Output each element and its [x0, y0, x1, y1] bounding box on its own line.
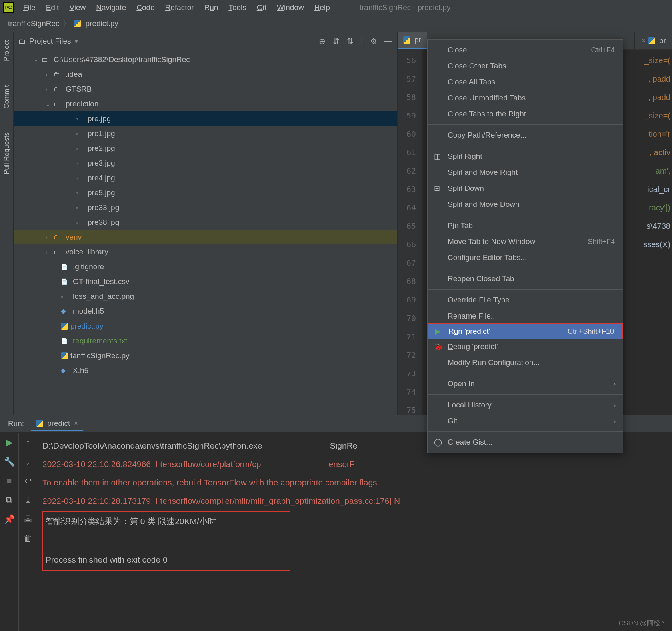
menu-tools[interactable]: Tools: [224, 2, 251, 14]
wrench-icon[interactable]: 🔧: [4, 457, 15, 467]
ctx-split-and-move-down[interactable]: Split and Move Down: [428, 196, 623, 212]
pin-icon[interactable]: 📌: [4, 514, 15, 525]
tree-root[interactable]: ⌄🗀 C:\Users\47382\Desktop\tranfficSignRe…: [14, 52, 397, 67]
tree-file-csv[interactable]: 📄GT-final_test.csv: [14, 274, 397, 289]
breadcrumb: tranfficSignRec 〉 predict.py: [0, 15, 672, 32]
python-icon: [403, 36, 410, 44]
ctx-close-all-tabs[interactable]: Close All Tabs: [428, 74, 623, 90]
tree-file-pre5[interactable]: ▫pre5.jpg: [14, 185, 397, 200]
ctx-git[interactable]: Git›: [428, 413, 623, 429]
rail-pull-requests[interactable]: Pull Requests: [3, 128, 11, 178]
settings-icon[interactable]: ⚙: [370, 36, 377, 46]
print-icon[interactable]: 🖶: [24, 514, 32, 525]
ctx-pin-tab[interactable]: Pin Tab: [428, 218, 623, 234]
panel-title-text[interactable]: Project Files: [29, 37, 71, 46]
menu-help[interactable]: Help: [310, 2, 335, 14]
app-icon: PC: [3, 2, 14, 13]
tree-file-png[interactable]: ▫loss_and_acc.png: [14, 289, 397, 304]
ctx-override-file-type[interactable]: Override File Type: [428, 292, 623, 308]
run-title: Run:: [8, 419, 24, 428]
split-right-icon: ◫: [434, 152, 441, 161]
run-left-toolbar: ▶ 🔧 ■ ⧉ 📌: [0, 433, 18, 631]
wrap-icon[interactable]: ↩: [24, 476, 32, 486]
trash-icon[interactable]: 🗑: [24, 533, 32, 544]
ctx-run-predict-[interactable]: ▶Run 'predict'Ctrl+Shift+F10: [428, 323, 623, 339]
ctx-reopen-closed-tab[interactable]: Reopen Closed Tab: [428, 271, 623, 287]
run-icon: ▶: [435, 327, 440, 336]
breadcrumb-project[interactable]: tranfficSignRec: [8, 19, 60, 28]
menubar: PC File Edit View Navigate Code Refactor…: [0, 0, 672, 15]
tree-folder-gtsrb[interactable]: ›🗀GTSRB: [14, 82, 397, 96]
ctx-rename-file-[interactable]: Rename File...: [428, 308, 623, 324]
tree-file-gitignore[interactable]: 📄.gitignore: [14, 259, 397, 274]
tree-file-pre33[interactable]: ▫pre33.jpg: [14, 200, 397, 215]
python-icon: [648, 37, 655, 44]
up-icon[interactable]: ↑: [26, 437, 30, 448]
ctx-close-unmodified-tabs[interactable]: Close Unmodified Tabs: [428, 90, 623, 106]
context-menu: CloseCtrl+F4Close Other TabsClose All Ta…: [427, 39, 623, 453]
tree-file-pre1[interactable]: ▫pre1.jpg: [14, 126, 397, 141]
image-icon: ▫: [76, 116, 85, 122]
tree-file-pre38[interactable]: ▫pre38.jpg: [14, 215, 397, 230]
menu-git[interactable]: Git: [252, 2, 271, 14]
editor-tab-2[interactable]: × pr: [634, 32, 672, 49]
stop-icon[interactable]: ■: [6, 476, 12, 486]
tree-file-predict[interactable]: predict.py: [14, 319, 397, 333]
scroll-icon[interactable]: ⤓: [24, 495, 32, 505]
ctx-split-right[interactable]: ◫Split Right: [428, 148, 623, 164]
tree-folder-prediction[interactable]: ⌄🗀prediction: [14, 96, 397, 111]
rerun-icon[interactable]: ▶: [6, 437, 13, 448]
chevron-right-icon: ›: [613, 401, 616, 409]
ctx-split-and-move-right[interactable]: Split and Move Right: [428, 164, 623, 180]
menu-edit[interactable]: Edit: [41, 2, 64, 14]
ctx-configure-editor-tabs-[interactable]: Configure Editor Tabs...: [428, 250, 623, 266]
tree-folder-venv[interactable]: ›🗀venv: [14, 230, 397, 244]
menu-refactor[interactable]: Refactor: [160, 2, 199, 14]
menu-window[interactable]: Window: [272, 2, 309, 14]
ctx-split-down[interactable]: ⊟Split Down: [428, 180, 623, 196]
layout-icon[interactable]: ⧉: [6, 495, 12, 505]
ctx-modify-run-configuration-[interactable]: Modify Run Configuration...: [428, 355, 623, 371]
rail-project[interactable]: Project: [3, 36, 11, 65]
tree-file-pre2[interactable]: ▫pre2.jpg: [14, 141, 397, 156]
expand-icon[interactable]: ⇵: [333, 36, 340, 46]
tree-folder-idea[interactable]: ›🗀.idea: [14, 67, 397, 82]
collapse-icon[interactable]: ⇅: [347, 36, 354, 46]
console-output[interactable]: D:\DevolopTool\Anaconda\envs\tranfficSig…: [37, 433, 672, 631]
tree-file-xh5[interactable]: ◆X.h5: [14, 363, 397, 378]
close-icon[interactable]: ×: [642, 37, 646, 44]
menu-code[interactable]: Code: [132, 2, 159, 14]
ctx-close-tabs-to-the-right[interactable]: Close Tabs to the Right: [428, 106, 623, 122]
dropdown-icon[interactable]: ▾: [74, 36, 78, 46]
ctx-close[interactable]: CloseCtrl+F4: [428, 42, 623, 58]
tree-file-pre3[interactable]: ▫pre3.jpg: [14, 156, 397, 170]
tree-file-model[interactable]: ◆model.h5: [14, 304, 397, 319]
down-icon[interactable]: ↓: [26, 457, 30, 467]
editor-tab-1[interactable]: pr: [398, 32, 427, 49]
tree-file-tanffic[interactable]: tanfficSignRec.py: [14, 348, 397, 363]
tree-file-pre[interactable]: ▫pre.jpg: [14, 111, 397, 126]
run-tab-predict[interactable]: predict ×: [31, 417, 82, 431]
ctx-local-history[interactable]: Local History›: [428, 397, 623, 413]
close-icon[interactable]: ×: [74, 420, 78, 427]
ctx-create-gist-[interactable]: ◯Create Gist...: [428, 434, 623, 450]
tree-folder-voice[interactable]: ›🗀voice_library: [14, 244, 397, 259]
ctx-debug-predict-[interactable]: 🐞Debug 'predict': [428, 339, 623, 355]
tree-file-requirements[interactable]: 📄requirements.txt: [14, 333, 397, 348]
ctx-move-tab-to-new-window[interactable]: Move Tab to New WindowShift+F4: [428, 234, 623, 250]
breadcrumb-file[interactable]: predict.py: [86, 19, 118, 28]
target-icon[interactable]: ⊕: [319, 36, 326, 46]
ctx-close-other-tabs[interactable]: Close Other Tabs: [428, 58, 623, 74]
menu-run[interactable]: Run: [200, 2, 223, 14]
menu-navigate[interactable]: Navigate: [91, 2, 131, 14]
menu-file[interactable]: File: [18, 2, 40, 14]
panel-header: 🗀 Project Files ▾ ⊕ ⇵ ⇅ | ⚙ —: [14, 32, 397, 50]
tree-file-pre4[interactable]: ▫pre4.jpg: [14, 170, 397, 185]
rail-commit[interactable]: Commit: [3, 81, 11, 113]
hide-icon[interactable]: —: [384, 36, 392, 46]
ctx-open-in[interactable]: Open In›: [428, 376, 623, 392]
menu-view[interactable]: View: [64, 2, 90, 14]
window-title: tranfficSignRec - predict.py: [360, 3, 451, 12]
python-icon: [36, 420, 43, 427]
ctx-copy-path-reference-[interactable]: Copy Path/Reference...: [428, 127, 623, 143]
